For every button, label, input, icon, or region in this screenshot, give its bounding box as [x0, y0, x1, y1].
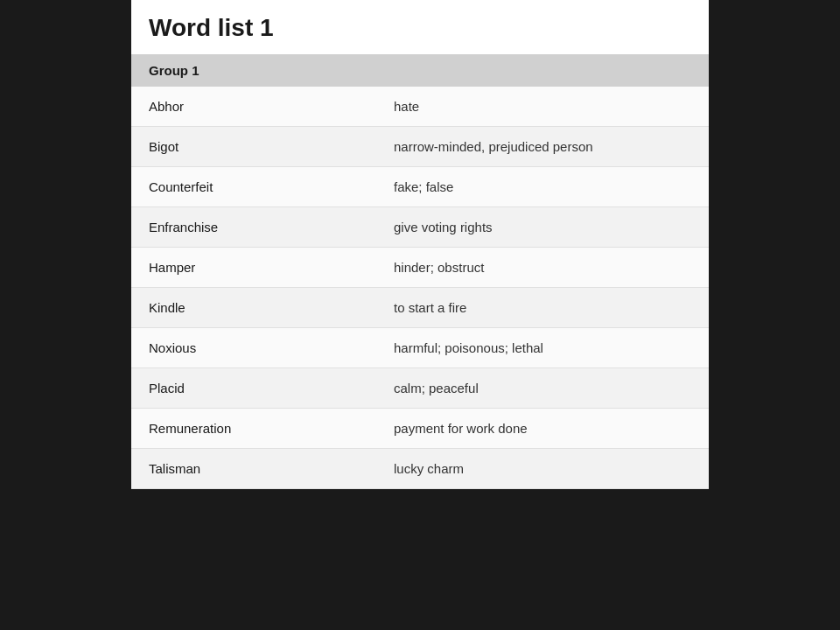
word-cell: Noxious	[131, 328, 376, 368]
word-cell: Bigot	[131, 127, 376, 167]
table-row: Counterfeitfake; false	[131, 167, 709, 207]
group-header: Group 1	[131, 54, 709, 87]
word-cell: Abhor	[131, 87, 376, 127]
table-row: Remunerationpayment for work done	[131, 409, 709, 449]
table-row: Bigotnarrow-minded, prejudiced person	[131, 127, 709, 167]
definition-cell: calm; peaceful	[376, 368, 709, 409]
group-header-row: Group 1	[131, 54, 709, 87]
definition-cell: payment for work done	[376, 409, 709, 449]
table-row: Hamperhinder; obstruct	[131, 248, 709, 288]
definition-cell: lucky charm	[376, 449, 709, 489]
definition-cell: hinder; obstruct	[376, 248, 709, 288]
definition-cell: harmful; poisonous; lethal	[376, 328, 709, 368]
table-row: Abhorhate	[131, 87, 709, 127]
table-row: Noxiousharmful; poisonous; lethal	[131, 328, 709, 368]
definition-cell: narrow-minded, prejudiced person	[376, 127, 709, 167]
table-row: Placidcalm; peaceful	[131, 368, 709, 409]
definition-cell: give voting rights	[376, 207, 709, 248]
page-title: Word list 1	[131, 0, 709, 54]
table-row: Kindleto start a fire	[131, 288, 709, 328]
word-table: Group 1AbhorhateBigotnarrow-minded, prej…	[131, 54, 709, 489]
word-cell: Talisman	[131, 449, 376, 489]
table-row: Enfranchisegive voting rights	[131, 207, 709, 248]
word-cell: Placid	[131, 368, 376, 409]
word-cell: Enfranchise	[131, 207, 376, 248]
table-row: Talismanlucky charm	[131, 449, 709, 489]
word-list-card: Word list 1 Group 1AbhorhateBigotnarrow-…	[131, 0, 709, 489]
definition-cell: fake; false	[376, 167, 709, 207]
definition-cell: hate	[376, 87, 709, 127]
word-cell: Hamper	[131, 248, 376, 288]
word-cell: Counterfeit	[131, 167, 376, 207]
word-cell: Kindle	[131, 288, 376, 328]
definition-cell: to start a fire	[376, 288, 709, 328]
word-cell: Remuneration	[131, 409, 376, 449]
